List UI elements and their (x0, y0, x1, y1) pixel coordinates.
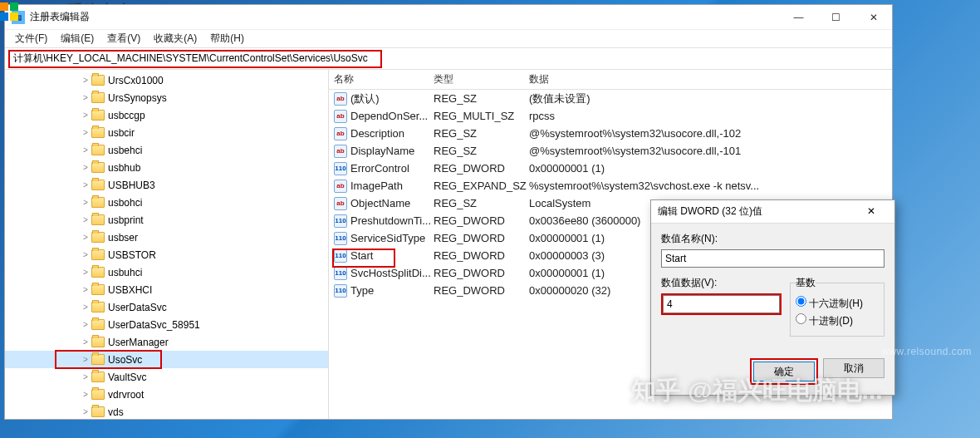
value-type-icon: 110 (334, 267, 347, 280)
radix-hex-option[interactable]: 十六进制(H) (796, 296, 879, 311)
expand-icon[interactable]: > (80, 285, 91, 294)
tree-item-label: usbcir (108, 127, 135, 139)
list-header: 名称 类型 数据 (329, 70, 892, 90)
value-row[interactable]: abDependOnSer...REG_MULTI_SZrpcss (329, 107, 892, 125)
dialog-title-bar[interactable]: 编辑 DWORD (32 位)值 ✕ (651, 200, 894, 224)
expand-icon[interactable]: > (80, 268, 91, 277)
menu-view[interactable]: 查看(V) (102, 30, 145, 47)
tree-item[interactable]: >usbhub (5, 159, 328, 176)
expand-icon[interactable]: > (80, 180, 91, 189)
value-type: REG_EXPAND_SZ (434, 180, 529, 192)
tree-item-label: usbohci (108, 197, 142, 209)
dialog-close-button[interactable]: ✕ (855, 201, 888, 223)
tree-item[interactable]: >usbohci (5, 194, 328, 211)
header-type[interactable]: 类型 (434, 72, 529, 86)
expand-icon[interactable]: > (80, 355, 91, 364)
value-name-input[interactable] (661, 249, 884, 268)
address-highlight: 计算机\HKEY_LOCAL_MACHINE\SYSTEM\CurrentCon… (8, 50, 382, 68)
close-button[interactable]: ✕ (855, 6, 892, 29)
expand-icon[interactable]: > (80, 145, 91, 155)
tree-item[interactable]: >usbccgp (5, 106, 328, 124)
header-name[interactable]: 名称 (334, 72, 434, 86)
expand-icon[interactable]: > (80, 128, 91, 137)
expand-icon[interactable]: > (80, 93, 91, 102)
tree-item[interactable]: >usbcir (5, 124, 328, 141)
tree-item-label: USBXHCI (108, 284, 152, 296)
tree-item[interactable]: >USBSTOR (5, 246, 328, 263)
value-row[interactable]: abImagePathREG_EXPAND_SZ%systemroot%\sys… (329, 177, 892, 194)
expand-icon[interactable]: > (80, 337, 91, 347)
value-type-icon: 110 (334, 214, 347, 228)
tree-item-label: usbprint (108, 214, 144, 226)
menu-help[interactable]: 帮助(H) (205, 30, 249, 47)
minimize-button[interactable]: — (780, 6, 817, 29)
registry-tree[interactable]: >UrsCx01000>UrsSynopsys>usbccgp>usbcir>u… (5, 70, 329, 419)
tree-item-label: vdrvroot (108, 389, 144, 401)
value-type: REG_SZ (434, 145, 529, 157)
value-row[interactable]: 110ErrorControlREG_DWORD0x00000001 (1) (329, 160, 892, 177)
tree-item[interactable]: >USBHUB3 (5, 176, 328, 194)
expand-icon[interactable]: > (80, 372, 91, 381)
expand-icon[interactable]: > (80, 303, 91, 312)
expand-icon[interactable]: > (80, 111, 91, 120)
expand-icon[interactable]: > (80, 250, 91, 259)
value-name-label: 数值名称(N): (661, 232, 884, 246)
value-type: REG_SZ (434, 197, 529, 209)
radix-dec-option[interactable]: 十进制(D) (796, 313, 879, 328)
tree-item[interactable]: >USBXHCI (5, 281, 328, 298)
tree-item[interactable]: >usbser (5, 229, 328, 246)
maximize-button[interactable]: ☐ (817, 6, 855, 29)
menu-edit[interactable]: 编辑(E) (56, 30, 99, 47)
tree-item[interactable]: >UserManager (5, 333, 328, 351)
tree-item[interactable]: >vdrvroot (5, 386, 328, 403)
value-data-label: 数值数据(V): (661, 276, 782, 290)
header-data[interactable]: 数据 (529, 72, 892, 86)
tree-item[interactable]: >usbehci (5, 141, 328, 159)
expand-icon[interactable]: > (80, 215, 91, 224)
ok-button[interactable]: 确定 (753, 362, 815, 381)
title-bar[interactable]: ▦ 注册表编辑器 — ☐ ✕ (5, 5, 892, 30)
expand-icon[interactable]: > (80, 320, 91, 329)
value-data: 0x00000001 (1) (529, 162, 892, 175)
tree-item[interactable]: >UserDataSvc (5, 298, 328, 316)
tree-item[interactable]: >UserDataSvc_58951 (5, 316, 328, 333)
tree-item-label: UserDataSvc_58951 (108, 319, 200, 331)
expand-icon[interactable]: > (80, 233, 91, 242)
window-controls: — ☐ ✕ (780, 6, 892, 29)
menu-favorites[interactable]: 收藏夹(A) (149, 30, 202, 47)
folder-icon (91, 267, 105, 278)
folder-icon (91, 127, 105, 138)
tree-item-label: usbehci (108, 145, 142, 156)
value-name: DisplayName (350, 145, 414, 157)
menu-file[interactable]: 文件(F) (10, 30, 52, 47)
expand-icon[interactable]: > (80, 76, 91, 85)
tree-item[interactable]: >VaultSvc (5, 368, 328, 386)
folder-icon (91, 110, 105, 121)
value-name: Description (350, 127, 404, 140)
tree-item[interactable]: >UrsCx01000 (5, 71, 328, 89)
radix-hex-radio[interactable] (796, 296, 806, 307)
value-row[interactable]: abDisplayNameREG_SZ@%systemroot%\system3… (329, 142, 892, 160)
expand-icon[interactable]: > (80, 390, 91, 399)
tree-item[interactable]: >vds (5, 403, 328, 419)
tree-item[interactable]: >usbuhci (5, 263, 328, 281)
expand-icon[interactable]: > (80, 163, 91, 172)
tree-item[interactable]: >UsoSvc (5, 351, 328, 368)
value-type: REG_SZ (434, 127, 529, 140)
value-row[interactable]: ab(默认)REG_SZ(数值未设置) (329, 90, 892, 107)
tree-item[interactable]: >usbprint (5, 211, 328, 229)
value-data-input[interactable] (663, 295, 780, 313)
value-name: ImagePath (350, 180, 403, 192)
window-title: 注册表编辑器 (30, 10, 90, 24)
folder-icon (91, 284, 105, 295)
value-row[interactable]: abDescriptionREG_SZ@%systemroot%\system3… (329, 125, 892, 142)
value-name: ObjectName (350, 197, 410, 209)
cancel-button[interactable]: 取消 (823, 358, 884, 378)
expand-icon[interactable]: > (80, 198, 91, 207)
expand-icon[interactable]: > (80, 407, 91, 416)
address-path[interactable]: 计算机\HKEY_LOCAL_MACHINE\SYSTEM\CurrentCon… (13, 52, 368, 66)
menu-bar: 文件(F) 编辑(E) 查看(V) 收藏夹(A) 帮助(H) (5, 30, 892, 48)
tree-item[interactable]: >UrsSynopsys (5, 89, 328, 106)
radix-dec-radio[interactable] (796, 313, 806, 324)
folder-icon (91, 249, 105, 260)
